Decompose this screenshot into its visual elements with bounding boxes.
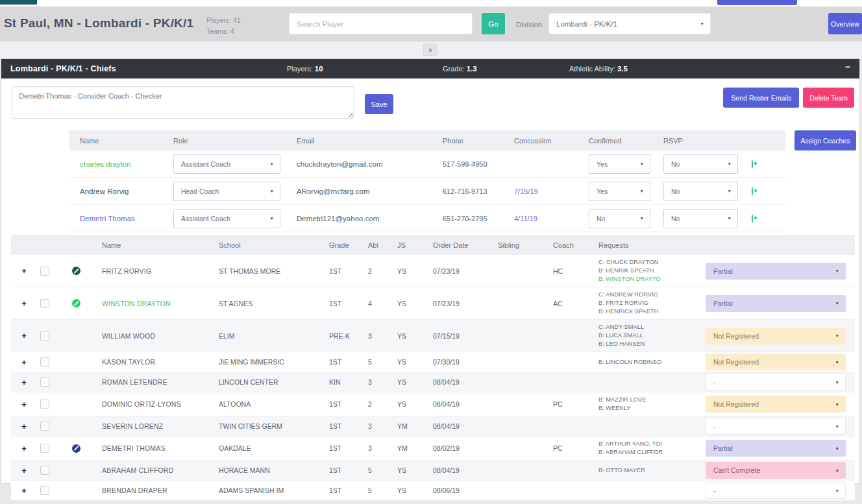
row-checkbox[interactable] xyxy=(40,378,49,387)
notes-row: Demetri Thomas - Consider Coach - Checke… xyxy=(1,78,859,128)
row-checkbox[interactable] xyxy=(40,299,49,308)
caret-down-icon: ▼ xyxy=(835,446,839,451)
row-checkbox[interactable] xyxy=(40,267,49,276)
send-roster-emails-button[interactable]: Send Roster Emails xyxy=(723,88,799,108)
expand-row-button[interactable]: + xyxy=(11,331,37,341)
coach-email: Demetri121@yahoo.com xyxy=(297,215,443,222)
player-abl: 3 xyxy=(368,422,397,430)
assign-coaches-button[interactable]: Assign Coaches xyxy=(794,130,856,150)
caret-down-icon: ▼ xyxy=(835,402,839,407)
player-status-select[interactable]: Partial ▼ xyxy=(706,295,846,312)
player-order-date: 08/02/19 xyxy=(433,444,498,452)
player-order-date: 08/06/19 xyxy=(433,486,498,494)
player-status-select[interactable]: - ▼ xyxy=(706,374,846,390)
player-status-select[interactable]: Not Registered ▼ xyxy=(706,396,846,413)
player-js: YS xyxy=(397,378,433,386)
player-requests: C: CHUCK DRAYTONB: HENRIK SPEATHB: WINST… xyxy=(598,256,706,285)
player-order-date: 08/04/19 xyxy=(433,378,498,386)
division-select[interactable]: Lombardi - PK/K/1 ▼ xyxy=(548,13,711,34)
division-label: Division xyxy=(516,21,542,29)
player-js: YS xyxy=(397,267,433,275)
coach-name[interactable]: charles drayton xyxy=(69,160,173,168)
coach-name[interactable]: Andrew Rorvig xyxy=(69,187,173,195)
player-status-select[interactable]: Not Registered ▼ xyxy=(706,354,846,370)
expand-row-button[interactable]: + xyxy=(11,357,37,367)
player-status-icon xyxy=(72,444,80,453)
player-name[interactable]: DOMINIC ORTIZ-LYONS xyxy=(92,400,219,408)
player-row: + BRENDAN DRAPER ADAMS SPANISH IM 1ST 5 … xyxy=(11,481,855,501)
save-button[interactable]: Save xyxy=(365,94,393,114)
player-school: OAKDALE xyxy=(219,444,329,452)
partial-top-button[interactable] xyxy=(717,0,797,5)
expand-row-button[interactable]: + xyxy=(11,266,37,276)
caret-down-icon: ▼ xyxy=(728,189,732,193)
collapse-chevron-button[interactable]: ∨ xyxy=(423,43,437,56)
player-name[interactable]: KASON TAYLOR xyxy=(92,358,219,366)
player-name[interactable]: WINSTON DRAYTON xyxy=(92,300,219,307)
expand-row-button[interactable]: + xyxy=(11,378,37,387)
row-checkbox[interactable] xyxy=(40,357,49,366)
player-name[interactable]: ROMAN LETENDRE xyxy=(92,378,219,386)
player-status-select[interactable]: Not Registered ▼ xyxy=(706,328,846,344)
player-order-date: 08/04/19 xyxy=(433,422,498,430)
coach-role-select[interactable]: Assistant Coach ▼ xyxy=(173,154,280,174)
player-name[interactable]: ABRAHAM CLIFFORD xyxy=(92,466,219,474)
row-checkbox[interactable] xyxy=(40,400,49,409)
expand-row-button[interactable]: + xyxy=(11,466,37,475)
coach-role-select[interactable]: Assistant Coach ▼ xyxy=(173,209,280,228)
coach-confirmed-value: Yes xyxy=(597,160,608,168)
player-name[interactable]: FRITZ RORVIG xyxy=(92,267,219,275)
player-status-select[interactable]: - ▼ xyxy=(706,482,846,499)
player-status-select[interactable]: Partial ▼ xyxy=(706,263,846,280)
delete-team-button[interactable]: Delete Team xyxy=(803,88,854,108)
player-name[interactable]: BRENDAN DRAPER xyxy=(92,486,219,494)
player-status-value: Not Registered xyxy=(713,332,759,340)
player-js: YS xyxy=(397,466,433,474)
coach-confirmed-select[interactable]: Yes ▼ xyxy=(589,154,650,174)
partial-top-left-element xyxy=(0,0,37,5)
eye-icon[interactable] xyxy=(752,214,753,223)
coach-rsvp-select[interactable]: No ▼ xyxy=(663,154,738,174)
concussion-date-link[interactable]: 4/11/19 xyxy=(514,215,537,222)
player-grade: 1ST xyxy=(329,267,368,275)
expand-row-button[interactable]: + xyxy=(11,422,37,431)
teams-count: Teams: 4 xyxy=(206,26,241,37)
player-school: HORACE MANN xyxy=(219,466,329,474)
player-name[interactable]: SEVERIN LORENZ xyxy=(92,422,219,430)
eye-icon[interactable] xyxy=(752,187,753,196)
go-button[interactable]: Go xyxy=(482,13,505,34)
column-header-school: School xyxy=(219,241,329,249)
coach-role-select[interactable]: Head Coach ▼ xyxy=(173,182,280,201)
collapse-team-icon[interactable]: − xyxy=(845,62,850,72)
row-checkbox[interactable] xyxy=(40,444,49,453)
coach-rsvp-select[interactable]: No ▼ xyxy=(663,182,738,201)
expand-row-button[interactable]: + xyxy=(11,400,37,409)
team-notes-textarea[interactable]: Demetri Thomas - Consider Coach - Checke… xyxy=(12,86,354,119)
coach-confirmed-select[interactable]: No ▼ xyxy=(589,209,650,228)
row-checkbox[interactable] xyxy=(40,422,49,431)
coach-confirmed-select[interactable]: Yes ▼ xyxy=(589,182,650,201)
player-row: + WILLIAM WOOD ELIM PRE-K 3 YS 07/15/19 … xyxy=(11,320,855,352)
expand-row-button[interactable]: + xyxy=(11,298,37,308)
player-status-select[interactable]: Partial ▼ xyxy=(706,440,846,457)
player-order-date: 08/04/19 xyxy=(433,400,498,408)
coach-rsvp-select[interactable]: No ▼ xyxy=(663,209,738,228)
overview-button[interactable]: Overview xyxy=(828,13,862,34)
row-checkbox[interactable] xyxy=(40,466,49,475)
row-checkbox[interactable] xyxy=(40,486,49,495)
player-name[interactable]: WILLIAM WOOD xyxy=(92,332,219,340)
concussion-date-link[interactable]: 7/15/19 xyxy=(514,187,538,195)
column-header-coach: Coach xyxy=(553,241,598,249)
player-abl: 5 xyxy=(368,466,397,474)
player-name[interactable]: DEMETRI THOMAS xyxy=(92,444,219,452)
eye-icon[interactable] xyxy=(752,160,753,169)
player-status-select[interactable]: - ▼ xyxy=(706,418,846,435)
search-input[interactable] xyxy=(289,13,473,34)
player-status-select[interactable]: Can't Complete ▼ xyxy=(706,462,846,479)
player-school: ST AGNES xyxy=(219,300,329,307)
coach-name[interactable]: Demetri Thomas xyxy=(69,215,173,222)
expand-row-button[interactable]: + xyxy=(11,444,37,453)
row-checkbox[interactable] xyxy=(40,331,49,341)
caret-down-icon: ▼ xyxy=(270,216,274,221)
expand-row-button[interactable]: + xyxy=(11,486,37,496)
